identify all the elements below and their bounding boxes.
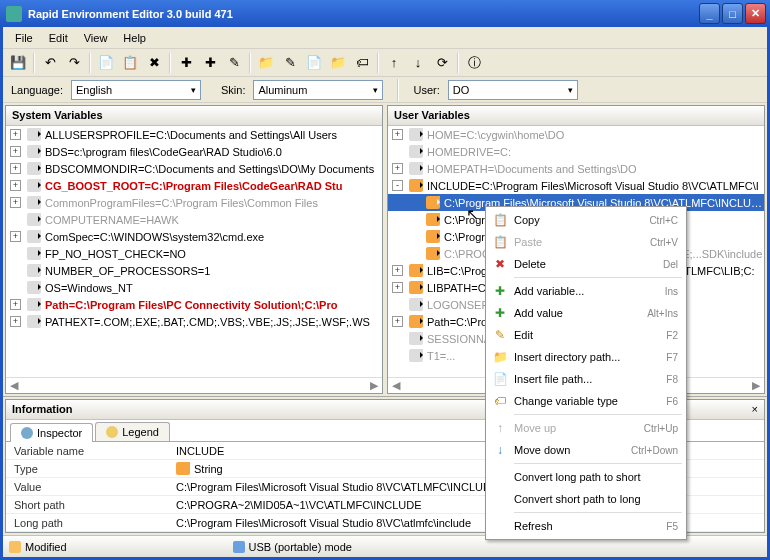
tree-item-label: T1=... — [427, 350, 455, 362]
toolbar-button[interactable]: ↑ — [383, 52, 405, 74]
expand-icon[interactable]: + — [10, 299, 21, 310]
menu-item-icon: ✎ — [490, 328, 510, 342]
expand-icon[interactable]: + — [392, 129, 403, 140]
menu-item[interactable]: 📄Insert file path...F8 — [488, 368, 684, 390]
menu-edit[interactable]: Edit — [41, 29, 76, 47]
toolbar-button[interactable]: ↷ — [63, 52, 85, 74]
tree-row[interactable]: -INCLUDE=C:\Program Files\Microsoft Visu… — [388, 177, 764, 194]
tree-row[interactable]: HOMEDRIVE=C: — [388, 143, 764, 160]
expand-icon[interactable]: + — [10, 180, 21, 191]
menu-item[interactable]: Convert short path to long — [488, 488, 684, 510]
tree-item-label: ALLUSERSPROFILE=C:\Documents and Setting… — [45, 129, 337, 141]
toolbar-button[interactable]: 📁 — [327, 52, 349, 74]
menu-item-shortcut: F8 — [666, 374, 678, 385]
expand-icon[interactable]: + — [10, 231, 21, 242]
menu-item[interactable]: 📋CopyCtrl+C — [488, 209, 684, 231]
toolbar-button[interactable]: ✎ — [223, 52, 245, 74]
expand-icon[interactable]: + — [10, 129, 21, 140]
menu-item[interactable]: ✖DeleteDel — [488, 253, 684, 275]
tree-row[interactable]: +CG_BOOST_ROOT=C:\Program Files\CodeGear… — [6, 177, 382, 194]
property-key: Value — [6, 481, 176, 493]
tree-row[interactable]: +CommonProgramFiles=C:\Program Files\Com… — [6, 194, 382, 211]
separator — [249, 53, 251, 73]
scroll-indicator[interactable]: ◀▶ — [6, 377, 382, 393]
separator — [457, 53, 459, 73]
tag-icon — [176, 462, 190, 475]
toolbar-button[interactable]: 🏷 — [351, 52, 373, 74]
tree-row[interactable]: COMPUTERNAME=HAWK — [6, 211, 382, 228]
expand-icon[interactable]: + — [10, 163, 21, 174]
expand-icon[interactable]: + — [392, 163, 403, 174]
tree-row[interactable]: +ALLUSERSPROFILE=C:\Documents and Settin… — [6, 126, 382, 143]
toolbar-button[interactable]: ✚ — [175, 52, 197, 74]
expand-icon[interactable]: + — [10, 146, 21, 157]
toolbar-button[interactable]: 📁 — [255, 52, 277, 74]
menu-item-label: Paste — [514, 236, 650, 248]
toolbar-button[interactable]: ✚ — [199, 52, 221, 74]
menu-item[interactable]: ↓Move downCtrl+Down — [488, 439, 684, 461]
tree-item-label: CG_BOOST_ROOT=C:\Program Files\CodeGear\… — [45, 180, 342, 192]
tree-row[interactable]: +HOME=C:\cygwin\home\DO — [388, 126, 764, 143]
menu-item-label: Delete — [514, 258, 663, 270]
menu-item[interactable]: Convert long path to short — [488, 466, 684, 488]
system-variables-tree[interactable]: +ALLUSERSPROFILE=C:\Documents and Settin… — [6, 126, 382, 377]
user-select[interactable]: DO▾ — [448, 80, 578, 100]
tree-row[interactable]: OS=Windows_NT — [6, 279, 382, 296]
tag-icon — [409, 349, 423, 362]
language-select[interactable]: English▾ — [71, 80, 201, 100]
minimize-button[interactable]: _ — [699, 3, 720, 24]
menu-item[interactable]: 📁Insert directory path...F7 — [488, 346, 684, 368]
skin-select[interactable]: Aluminum▾ — [253, 80, 383, 100]
toolbar-button[interactable]: ⟳ — [431, 52, 453, 74]
expand-icon[interactable]: + — [392, 265, 403, 276]
expand-icon[interactable]: + — [392, 282, 403, 293]
tree-row[interactable]: +BDSCOMMONDIR=C:\Documents and Settings\… — [6, 160, 382, 177]
titlebar: Rapid Environment Editor 3.0 build 471 _… — [0, 0, 770, 27]
toolbar-button[interactable]: ↓ — [407, 52, 429, 74]
menu-item-icon: 📄 — [490, 372, 510, 386]
toolbar-button[interactable]: ✎ — [279, 52, 301, 74]
menu-item[interactable]: ✚Add valueAlt+Ins — [488, 302, 684, 324]
menu-item[interactable]: ✎EditF2 — [488, 324, 684, 346]
maximize-button[interactable]: □ — [722, 3, 743, 24]
toolbar-button[interactable]: 📋 — [119, 52, 141, 74]
menu-item-shortcut: Ctrl+V — [650, 237, 678, 248]
close-button[interactable]: ✕ — [745, 3, 766, 24]
property-key: Variable name — [6, 445, 176, 457]
menu-file[interactable]: File — [7, 29, 41, 47]
menu-item[interactable]: 🏷Change variable typeF6 — [488, 390, 684, 412]
toolbar-button[interactable]: ⓘ — [463, 52, 485, 74]
tab-inspector[interactable]: Inspector — [10, 423, 93, 442]
toolbar-button[interactable]: ↶ — [39, 52, 61, 74]
menu-item[interactable]: ✚Add variable...Ins — [488, 280, 684, 302]
expand-icon[interactable]: + — [10, 316, 21, 327]
tag-icon — [409, 162, 423, 175]
info-close-icon[interactable]: × — [752, 403, 758, 416]
tree-row[interactable]: +BDS=c:\program files\CodeGear\RAD Studi… — [6, 143, 382, 160]
tree-row[interactable]: +ComSpec=C:\WINDOWS\system32\cmd.exe — [6, 228, 382, 245]
menu-view[interactable]: View — [76, 29, 116, 47]
toolbar-button[interactable]: 📄 — [303, 52, 325, 74]
tree-item-label: PATHEXT=.COM;.EXE;.BAT;.CMD;.VBS;.VBE;.J… — [45, 316, 370, 328]
tree-row[interactable]: +PATHEXT=.COM;.EXE;.BAT;.CMD;.VBS;.VBE;.… — [6, 313, 382, 330]
menu-item-shortcut: F6 — [666, 396, 678, 407]
property-key: Short path — [6, 499, 176, 511]
menu-item[interactable]: RefreshF5 — [488, 515, 684, 537]
tree-row[interactable]: +HOMEPATH=\Documents and Settings\DO — [388, 160, 764, 177]
tree-row[interactable]: FP_NO_HOST_CHECK=NO — [6, 245, 382, 262]
tree-row[interactable]: NUMBER_OF_PROCESSORS=1 — [6, 262, 382, 279]
toolbar-button[interactable]: 📄 — [95, 52, 117, 74]
expand-icon[interactable]: - — [392, 180, 403, 191]
tag-icon — [27, 179, 41, 192]
tag-icon — [409, 298, 423, 311]
expand-icon[interactable]: + — [392, 316, 403, 327]
tree-row[interactable]: +Path=C:\Program Files\PC Connectivity S… — [6, 296, 382, 313]
separator — [377, 53, 379, 73]
menu-item-label: Convert short path to long — [514, 493, 678, 505]
tab-legend[interactable]: Legend — [95, 422, 170, 441]
expand-icon[interactable]: + — [10, 197, 21, 208]
menu-help[interactable]: Help — [115, 29, 154, 47]
toolbar-button[interactable]: 💾 — [7, 52, 29, 74]
tag-icon — [27, 230, 41, 243]
toolbar-button[interactable]: ✖ — [143, 52, 165, 74]
